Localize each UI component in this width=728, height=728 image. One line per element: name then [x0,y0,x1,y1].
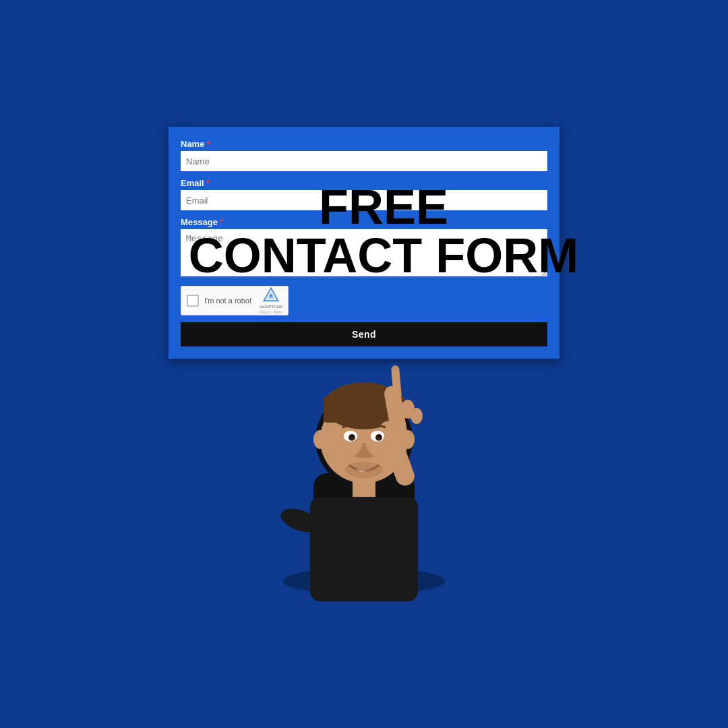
message-input[interactable] [181,229,547,276]
person-image [236,345,492,601]
message-required: * [220,217,223,227]
svg-rect-8 [310,497,418,601]
email-input[interactable] [181,190,547,210]
name-input[interactable] [181,151,547,171]
message-label: Message * [181,217,547,227]
svg-rect-7 [353,479,375,499]
recaptcha-checkbox[interactable] [187,295,199,307]
svg-point-21 [345,462,383,478]
email-label: Email * [181,178,547,188]
svg-point-14 [411,408,423,424]
recaptcha-widget[interactable]: I'm not a robot reCAPTCHA Privacy - Term… [181,286,289,315]
email-required: * [206,178,210,188]
recaptcha-logo: reCAPTCHA Privacy - Terms [260,287,282,314]
name-label: Name * [181,139,547,149]
recaptcha-text: I'm not a robot [204,297,251,305]
person-svg [243,352,485,601]
svg-point-23 [401,430,415,449]
svg-point-22 [313,430,327,449]
svg-point-19 [351,435,354,437]
recaptcha-brand: reCAPTCHA [260,305,282,309]
name-required: * [206,139,210,149]
svg-point-20 [378,435,381,437]
contact-form-card: Name * Email * Message * I'm not a robot [169,127,559,359]
svg-point-0 [270,295,273,298]
recaptcha-terms: Privacy - Terms [260,310,282,314]
send-button[interactable]: Send [181,322,547,346]
